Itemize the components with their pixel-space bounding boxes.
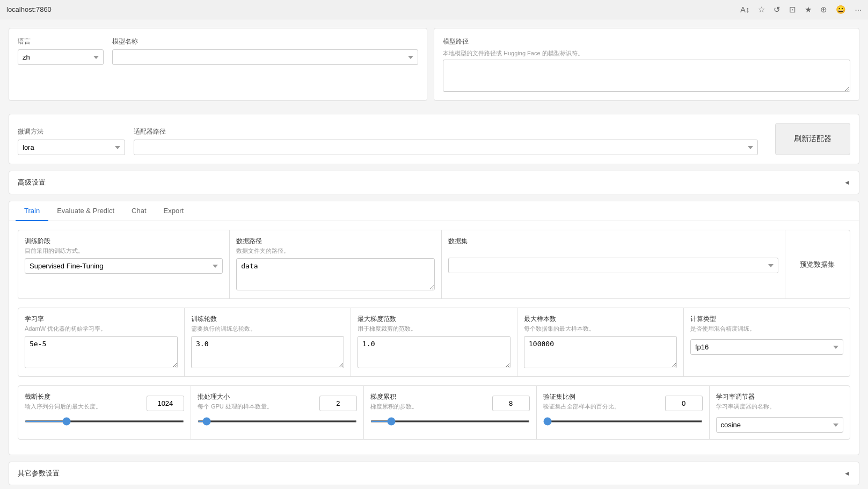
lang-model-card: 语言 zh en 模型名称 [9, 28, 427, 101]
advanced-collapse-icon: ◄ [844, 179, 850, 186]
params-row-1: 学习率 AdamW 优化器的初始学习率。 5e-5 训练轮数 需要执行的训练总轮… [18, 308, 850, 377]
epochs-input[interactable]: 3.0 [191, 336, 344, 368]
favorites-icon[interactable]: ★ [805, 5, 812, 14]
grad-accum-value-input[interactable]: 8 [492, 396, 530, 411]
batch-value-input[interactable]: 2 [319, 396, 357, 411]
model-name-label: 模型名称 [112, 37, 418, 46]
more-icon[interactable]: ··· [855, 5, 862, 14]
tab-export[interactable]: Export [155, 201, 193, 221]
cutoff-slider[interactable] [25, 420, 184, 422]
model-path-hint: 本地模型的文件路径或 Hugging Face 的模型标识符。 [443, 49, 850, 57]
lr-scheduler-col: 学习率调节器 学习率调度器的名称。 cosine linear constant… [710, 386, 850, 439]
adapter-path-group: 适配器路径 [134, 127, 758, 155]
batch-label: 批处理大小 [198, 392, 273, 402]
finetune-method-label: 微调方法 [18, 127, 125, 136]
finetune-method-group: 微调方法 lora full freeze [18, 127, 125, 155]
profile-icon[interactable]: 😀 [836, 5, 846, 14]
train-stage-select[interactable]: Supervised Fine-Tuning Pre-Training Rewa… [25, 258, 223, 274]
advanced-settings-header[interactable]: 高级设置 ◄ [9, 171, 859, 194]
tab-train-content: 训练阶段 目前采用的训练方式。 Supervised Fine-Tuning P… [9, 221, 859, 455]
model-path-card: 模型路径 本地模型的文件路径或 Hugging Face 的模型标识符。 [434, 28, 859, 101]
val-ratio-col: 验证集比例 验证集占全部样本的百分比。 0 [537, 386, 710, 439]
model-name-select[interactable] [112, 49, 418, 65]
main-content: 语言 zh en 模型名称 模型路径 本地模型的文件路径或 Hugging [0, 19, 868, 489]
tab-evaluate[interactable]: Evaluate & Predict [48, 201, 123, 221]
data-path-col: 数据路径 数据文件夹的路径。 data [230, 230, 441, 298]
language-label: 语言 [18, 37, 104, 46]
refresh-adapter-button[interactable]: 刷新活配器 [775, 123, 850, 155]
tabs-container: Train Evaluate & Predict Chat Export 训练阶… [9, 201, 859, 455]
train-stage-label: 训练阶段 [25, 237, 223, 246]
dataset-label: 数据集 [448, 237, 778, 246]
browser-url: localhost:7860 [6, 5, 52, 13]
language-select[interactable]: zh en [18, 49, 104, 65]
dataset-col: 数据集 [442, 230, 785, 298]
compute-type-col: 计算类型 是否使用混合精度训练。 fp16 bf16 fp32 pure_bf1… [684, 308, 850, 376]
compute-type-label: 计算类型 [690, 315, 843, 324]
tab-train[interactable]: Train [16, 201, 48, 221]
finetune-card: 微调方法 lora full freeze 适配器路径 刷新活配器 [9, 114, 859, 164]
extensions-icon[interactable]: ⊕ [820, 5, 827, 14]
model-name-group: 模型名称 [112, 37, 418, 65]
val-ratio-slider[interactable] [543, 420, 703, 422]
browser-icons: A↕ ☆ ↺ ⊡ ★ ⊕ 😀 ··· [740, 5, 862, 14]
train-data-row: 训练阶段 目前采用的训练方式。 Supervised Fine-Tuning P… [18, 230, 850, 299]
tabs-header: Train Evaluate & Predict Chat Export [9, 201, 859, 221]
font-size-icon[interactable]: A↕ [740, 5, 750, 14]
epochs-label: 训练轮数 [191, 315, 344, 324]
compute-type-hint: 是否使用混合精度训练。 [690, 325, 843, 333]
val-ratio-value-input[interactable]: 0 [665, 396, 703, 411]
grad-accum-slider[interactable] [370, 420, 530, 422]
adapter-path-select[interactable] [134, 140, 758, 155]
finetune-method-select[interactable]: lora full freeze [18, 140, 125, 155]
epochs-hint: 需要执行的训练总轮数。 [191, 325, 344, 333]
train-stage-hint: 目前采用的训练方式。 [25, 247, 223, 255]
data-path-textarea[interactable]: data [236, 258, 434, 290]
refresh-btn-container: 刷新活配器 [775, 123, 850, 155]
max-samples-label: 最大样本数 [524, 315, 677, 324]
tab-chat[interactable]: Chat [123, 201, 155, 221]
sliders-row: 截断长度 输入序列分词后的最大长度。 1024 批处理大小 每个 GPU 处理的… [18, 385, 850, 440]
other-params-header[interactable]: 其它参数设置 ◄ [9, 462, 859, 485]
val-ratio-hint: 验证集占全部样本的百分比。 [543, 403, 620, 411]
max-samples-input[interactable]: 100000 [524, 336, 677, 368]
data-path-hint: 数据文件夹的路径。 [236, 247, 434, 255]
max-grad-label: 最大梯度范数 [358, 315, 510, 324]
top-combined-row: 语言 zh en 模型名称 模型路径 本地模型的文件路径或 Hugging [9, 28, 859, 107]
batch-col: 批处理大小 每个 GPU 处理的样本数量。 2 [191, 386, 364, 439]
compute-type-select[interactable]: fp16 bf16 fp32 pure_bf16 [690, 339, 843, 355]
data-path-label: 数据路径 [236, 237, 434, 246]
max-samples-hint: 每个数据集的最大样本数。 [524, 325, 677, 333]
grad-accum-col: 梯度累积 梯度累积的步数。 8 [364, 386, 537, 439]
star-icon[interactable]: ☆ [758, 5, 765, 14]
epochs-col: 训练轮数 需要执行的训练总轮数。 3.0 [185, 308, 351, 376]
cutoff-hint: 输入序列分词后的最大长度。 [25, 403, 101, 411]
train-stage-col: 训练阶段 目前采用的训练方式。 Supervised Fine-Tuning P… [18, 230, 230, 298]
model-path-textarea[interactable] [443, 60, 850, 92]
max-grad-hint: 用于梯度裁剪的范数。 [358, 325, 510, 333]
language-group: 语言 zh en [18, 37, 104, 65]
other-params-collapse-icon: ◄ [844, 470, 850, 477]
lr-scheduler-hint: 学习率调度器的名称。 [716, 403, 844, 411]
advanced-settings-title: 高级设置 [18, 178, 46, 187]
lr-hint: AdamW 优化器的初始学习率。 [25, 325, 178, 333]
preview-dataset-button[interactable]: 预览数据集 [800, 260, 835, 269]
dataset-select[interactable] [448, 258, 778, 273]
reader-icon[interactable]: ⊡ [789, 5, 796, 14]
batch-hint: 每个 GPU 处理的样本数量。 [198, 403, 273, 411]
lr-input[interactable]: 5e-5 [25, 336, 178, 368]
refresh-browser-icon[interactable]: ↺ [774, 5, 781, 14]
max-grad-input[interactable]: 1.0 [358, 336, 510, 368]
preview-col: 预览数据集 [785, 230, 850, 298]
lr-label: 学习率 [25, 315, 178, 324]
cutoff-label: 截断长度 [25, 392, 101, 402]
browser-bar: localhost:7860 A↕ ☆ ↺ ⊡ ★ ⊕ 😀 ··· [0, 0, 868, 19]
cutoff-col: 截断长度 输入序列分词后的最大长度。 1024 [18, 386, 191, 439]
grad-accum-label: 梯度累积 [370, 392, 418, 402]
batch-slider[interactable] [198, 420, 357, 422]
max-grad-col: 最大梯度范数 用于梯度裁剪的范数。 1.0 [351, 308, 517, 376]
model-path-label: 模型路径 [443, 37, 850, 46]
lr-scheduler-label: 学习率调节器 [716, 392, 844, 402]
cutoff-value-input[interactable]: 1024 [147, 396, 184, 411]
lr-scheduler-select[interactable]: cosine linear constant cosine_with_resta… [716, 417, 844, 433]
